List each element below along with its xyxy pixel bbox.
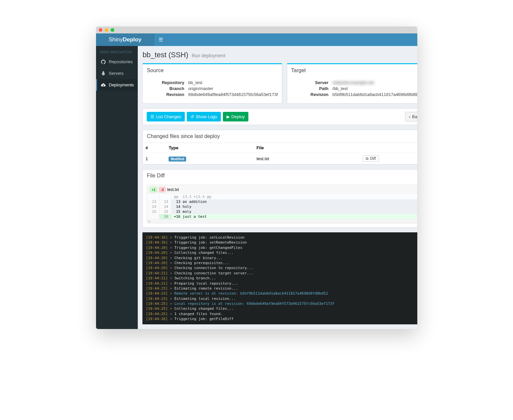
log-line: [19:44:21] > Preparing local repository.…	[146, 281, 417, 286]
log-line: [19:44:16] > Triggering job: setLocalRev…	[146, 235, 417, 240]
label-repository: Repository	[147, 80, 188, 85]
diff-button[interactable]: ⧉ Diff	[363, 155, 379, 162]
changed-files-table: # Type File 1Modifiedtest.txt⧉ Diff	[143, 143, 417, 164]
label-server: Server	[291, 80, 333, 85]
diff-scrollbar[interactable]: ◂▸	[147, 219, 417, 223]
content-area: bb_test (SSH) Run deployment Source Repo…	[138, 46, 417, 329]
action-toolbar: ☰List Changes ↺Show Logs ▶Deploy ‹Back	[142, 108, 417, 125]
back-label: Back	[412, 114, 417, 119]
log-line: [19:44:20] > Checking git binary...	[146, 256, 417, 260]
sidebar-item-label: Servers	[109, 71, 124, 76]
close-window-icon[interactable]	[99, 28, 102, 32]
label-path: Path	[291, 86, 333, 91]
show-logs-button[interactable]: ↺Show Logs	[187, 112, 221, 121]
col-num: #	[143, 143, 166, 153]
value-target-revision: b5bf9b511dab6d1a8acb411817a4698d9fd8bd52	[333, 92, 417, 97]
play-icon: ▶	[227, 114, 230, 119]
nav-header: MAIN NAVIGATION	[96, 46, 138, 56]
changed-heading: Changed files since last deploy	[147, 133, 220, 139]
table-row: 1Modifiedtest.txt⧉ Diff	[143, 153, 417, 164]
file-diff-box: File Diff ✕ +1 -0 test.txt @@ -13,3 +13,…	[142, 169, 417, 228]
diff-newline: 13	[159, 199, 171, 204]
value-repository: bb_test	[188, 80, 202, 85]
cloud-upload-icon	[101, 83, 106, 87]
brand-light: Shiny	[109, 36, 123, 43]
page-title-text: bb_test (SSH)	[142, 51, 188, 59]
diff-oldline: 13	[147, 199, 159, 204]
sidebar-item-label: Deployments	[109, 82, 134, 87]
page-subtitle: Run deployment	[192, 53, 226, 58]
diff-line: 13 an addition	[171, 199, 417, 204]
target-card: Target Serverredacted.example.net Path/b…	[287, 63, 417, 104]
maximize-window-icon[interactable]	[111, 28, 114, 32]
github-icon	[101, 60, 106, 64]
filediff-heading: File Diff	[147, 173, 165, 179]
log-line: [19:44:25] > 1 changed files found.	[146, 311, 417, 316]
diff-add-count: +1	[150, 187, 157, 192]
deploy-button[interactable]: ▶Deploy	[223, 112, 248, 121]
diff-newline: 16	[159, 214, 171, 219]
diff-filename: test.txt	[167, 187, 179, 192]
chevron-left-icon: ‹	[409, 114, 410, 119]
diff-oldline: 14	[147, 204, 159, 209]
history-icon: ↺	[190, 114, 194, 119]
source-card: Source Repositorybb_test Branchorigin/ma…	[142, 63, 282, 104]
diff-oldline	[147, 214, 159, 219]
diff-line: 14 holy	[171, 204, 417, 209]
list-changes-label: List Changes	[156, 114, 181, 119]
log-line: [19:44:23] > Remote server is at revisio…	[146, 291, 417, 296]
log-line: [19:44:20] > Checking prerequisites...	[146, 260, 417, 265]
linux-icon	[101, 71, 106, 76]
target-heading: Target	[287, 64, 417, 77]
page-title: bb_test (SSH) Run deployment	[142, 51, 417, 59]
log-line: [19:44:20] > Triggering job: getChangedF…	[146, 245, 417, 250]
value-branch: origin/master	[188, 86, 213, 91]
value-server: redacted.example.net	[333, 80, 374, 85]
diff-hunk-header: @@ -13,3 +13,4 @@	[171, 194, 417, 199]
diff-file: +1 -0 test.txt @@ -13,3 +13,4 @@1313 13 …	[147, 185, 417, 223]
label-source-revision: Revision	[147, 92, 188, 97]
diff-table: @@ -13,3 +13,4 @@1313 13 an addition1414…	[147, 194, 417, 219]
log-line: [19:44:20] > Checking connection to repo…	[146, 265, 417, 270]
diff-line: 15 moly	[171, 209, 417, 214]
sidebar-item-deployments[interactable]: Deployments	[96, 79, 138, 91]
diff-oldline: 15	[147, 209, 159, 214]
label-target-revision: Revision	[291, 92, 333, 97]
source-heading: Source	[143, 64, 282, 77]
label-branch: Branch	[147, 86, 188, 91]
brand[interactable]: ShinyDeploy	[96, 33, 154, 46]
back-button[interactable]: ‹Back	[405, 112, 417, 121]
columns-icon: ⧉	[366, 156, 369, 161]
diff-newline: 14	[159, 204, 171, 209]
main-body: MAIN NAVIGATION Repositories Servers Dep…	[96, 46, 417, 329]
show-logs-label: Show Logs	[196, 114, 217, 119]
sidebar-toggle[interactable]: ☰	[154, 33, 168, 46]
log-line: [19:44:23] > Estimating local revision..…	[146, 296, 417, 301]
diff-newline: 15	[159, 209, 171, 214]
diff-del-count: -0	[159, 187, 166, 192]
list-changes-button[interactable]: ☰List Changes	[147, 112, 185, 121]
log-line: [19:44:25] > Collecting changed files...	[146, 306, 417, 311]
col-type: Type	[166, 143, 254, 153]
mac-titlebar	[96, 26, 417, 33]
sidebar: MAIN NAVIGATION Repositories Servers Dep…	[96, 46, 138, 329]
type-badge: Modified	[169, 157, 186, 162]
row-num: 1	[143, 153, 166, 164]
value-source-revision: 69dbde649af9ea84f573d461575fc56a53ef173f	[188, 92, 278, 97]
log-line: [19:44:25] > Local repository is at revi…	[146, 301, 417, 306]
sidebar-item-label: Repositories	[109, 59, 133, 64]
col-file: File	[254, 143, 360, 153]
sidebar-item-servers[interactable]: Servers	[96, 68, 138, 79]
changed-files-box: Changed files since last deploy ✕ # Type…	[142, 130, 417, 164]
app-window: ShinyDeploy ☰ MAIN NAVIGATION Repositori…	[96, 26, 417, 329]
diff-line: +16 just a test	[171, 214, 417, 219]
log-line: [19:44:16] > Triggering job: setRemoteRe…	[146, 240, 417, 245]
list-icon: ☰	[150, 114, 154, 119]
minimize-window-icon[interactable]	[105, 28, 108, 32]
log-line: [19:44:21] > Switching branch...	[146, 276, 417, 281]
row-file: test.txt	[254, 153, 360, 164]
log-line: [19:44:21] > Checking connection target …	[146, 271, 417, 276]
sidebar-item-repositories[interactable]: Repositories	[96, 56, 138, 68]
menu-icon: ☰	[159, 37, 163, 43]
value-path: /bb_test	[333, 86, 348, 91]
